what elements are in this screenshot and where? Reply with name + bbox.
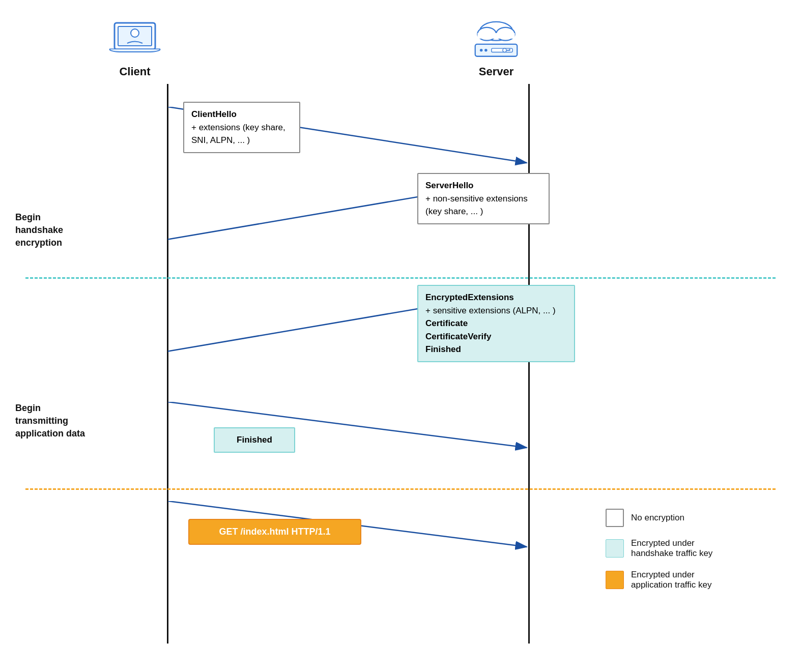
begin-transmitting-label: Begin transmitting application data <box>15 402 85 441</box>
certificate-label: Certificate <box>425 318 468 328</box>
legend-box-orange <box>606 571 624 589</box>
diagram-container: Client Server <box>0 0 801 672</box>
server-icon <box>468 15 524 61</box>
client-hello-detail: + extensions (key share, SNI, ALPN, ... … <box>191 123 285 145</box>
server-hello-title: ServerHello <box>425 181 474 190</box>
svg-point-2 <box>131 29 139 37</box>
server-hello-detail: + non-sensitive extensions (key share, .… <box>425 194 528 217</box>
svg-point-11 <box>503 48 506 52</box>
server-actor: Server <box>468 15 524 78</box>
legend-handshake-key-label: Encrypted underhandshake traffic key <box>631 538 712 559</box>
begin-handshake-label: Begin handshake encryption <box>15 211 63 250</box>
legend-app-key-label: Encrypted underapplication traffic key <box>631 570 711 590</box>
encrypted-ext-detail: + sensitive extensions (ALPN, ... ) <box>425 306 556 315</box>
legend-no-encryption: No encryption <box>606 509 712 527</box>
svg-rect-13 <box>509 49 510 50</box>
encrypted-ext-title: EncryptedExtensions <box>425 293 514 302</box>
svg-point-9 <box>484 49 488 52</box>
svg-rect-6 <box>477 33 514 39</box>
get-request-box: GET /index.html HTTP/1.1 <box>188 519 361 545</box>
client-icon <box>107 15 163 61</box>
server-lifeline <box>528 84 530 644</box>
client-hello-title: ClientHello <box>191 109 237 119</box>
svg-point-8 <box>480 49 483 52</box>
client-label: Client <box>119 65 150 78</box>
finished-client-box: Finished <box>214 427 295 453</box>
client-actor: Client <box>107 15 163 78</box>
server-hello-box: ServerHello + non-sensitive extensions (… <box>417 173 550 224</box>
finished-client-title: Finished <box>237 435 272 445</box>
orange-separator <box>25 488 776 490</box>
teal-separator <box>25 277 776 279</box>
client-lifeline <box>167 84 168 644</box>
legend-app-key: Encrypted underapplication traffic key <box>606 570 712 590</box>
legend-box-plain <box>606 509 624 527</box>
legend-box-teal <box>606 539 624 558</box>
legend: No encryption Encrypted underhandshake t… <box>606 509 712 601</box>
server-label: Server <box>479 65 514 78</box>
client-hello-box: ClientHello + extensions (key share, SNI… <box>183 102 300 153</box>
finished-server-label: Finished <box>425 344 461 354</box>
legend-no-encryption-label: No encryption <box>631 513 684 523</box>
get-request-title: GET /index.html HTTP/1.1 <box>219 527 330 537</box>
encrypted-extensions-box: EncryptedExtensions + sensitive extensio… <box>417 285 575 362</box>
certificate-verify-label: CertificateVerify <box>425 332 491 341</box>
legend-handshake-key: Encrypted underhandshake traffic key <box>606 538 712 559</box>
